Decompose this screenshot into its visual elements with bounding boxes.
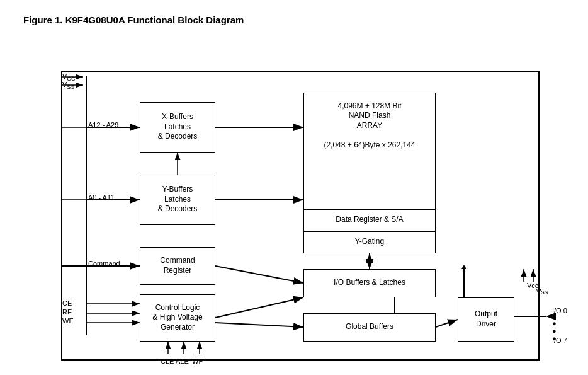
outer-boundary-box xyxy=(61,71,540,361)
page: Figure 1. K9F4G08U0A Functional Block Di… xyxy=(11,8,577,367)
io0-label: I/O 0 xyxy=(552,307,567,314)
io7-label: I/O 7 xyxy=(552,337,567,344)
diagram-area: VCC VSS A12 - A29 A0 - A11 Command CE RE… xyxy=(23,33,565,354)
figure-title: Figure 1. K9F4G08U0A Functional Block Di… xyxy=(23,14,565,25)
